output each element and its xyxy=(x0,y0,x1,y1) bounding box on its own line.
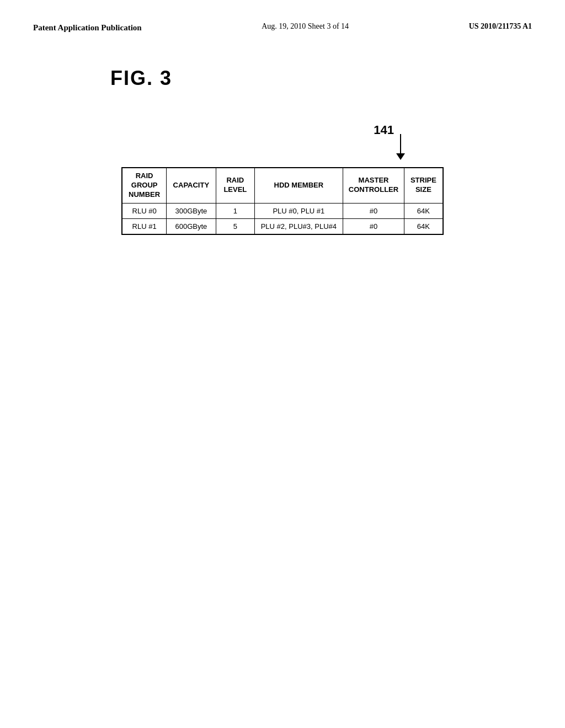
table-row: RLU #1600GByte5PLU #2, PLU#3, PLU#4#064K xyxy=(122,218,443,234)
cell-raid_group_number-1: RLU #1 xyxy=(122,218,166,234)
col-header-raid-level: RAID LEVEL xyxy=(216,168,254,203)
data-table: RAID GROUPNUMBER CAPACITY RAID LEVEL HDD… xyxy=(121,167,443,235)
cell-capacity-0: 300GByte xyxy=(166,203,216,218)
arrow-line xyxy=(400,134,401,153)
col-header-hdd-member: HDD MEMBER xyxy=(254,168,343,203)
cell-raid_level-1: 5 xyxy=(216,218,254,234)
arrow-container: 141 xyxy=(89,123,476,167)
arrow-label: 141 xyxy=(374,123,394,137)
table-row: RLU #0300GByte1PLU #0, PLU #1#064K xyxy=(122,203,443,218)
cell-stripe_size-0: 64K xyxy=(404,203,443,218)
cell-hdd_member-1: PLU #2, PLU#3, PLU#4 xyxy=(254,218,343,234)
col-header-capacity: CAPACITY xyxy=(166,168,216,203)
arrow-head xyxy=(396,153,405,160)
table-header-row: RAID GROUPNUMBER CAPACITY RAID LEVEL HDD… xyxy=(122,168,443,203)
diagram-area: 141 RAID GROUPNUMBER CAPACITY RAID LEVEL… xyxy=(89,123,476,235)
cell-raid_level-0: 1 xyxy=(216,203,254,218)
col-header-raid-group: RAID GROUPNUMBER xyxy=(122,168,166,203)
cell-capacity-1: 600GByte xyxy=(166,218,216,234)
page-header: Patent Application Publication Aug. 19, … xyxy=(0,0,565,45)
cell-raid_group_number-0: RLU #0 xyxy=(122,203,166,218)
figure-label: FIG. 3 xyxy=(110,67,172,90)
arrow-down xyxy=(396,134,405,160)
cell-stripe_size-1: 64K xyxy=(404,218,443,234)
page-content: FIG. 3 141 RAID GROUPNUMBER CAPACITY RAI… xyxy=(0,45,565,235)
cell-master_controller-1: #0 xyxy=(343,218,404,234)
col-header-master-controller: MASTERCONTROLLER xyxy=(343,168,404,203)
header-center: Aug. 19, 2010 Sheet 3 of 14 xyxy=(262,22,349,31)
cell-master_controller-0: #0 xyxy=(343,203,404,218)
cell-hdd_member-0: PLU #0, PLU #1 xyxy=(254,203,343,218)
col-header-stripe-size: STRIPESIZE xyxy=(404,168,443,203)
header-right: US 2010/211735 A1 xyxy=(469,22,532,31)
header-left: Patent Application Publication xyxy=(33,22,142,34)
